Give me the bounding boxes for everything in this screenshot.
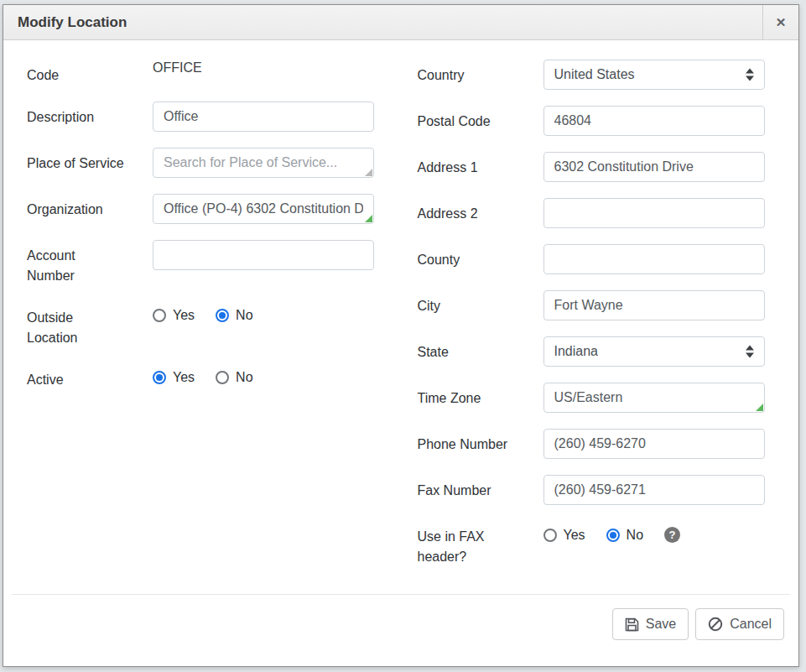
active-radio-group: Yes No — [153, 364, 374, 385]
place-of-service-input[interactable] — [153, 148, 374, 178]
city-label: City — [418, 290, 515, 316]
postal-code-label: Postal Code — [418, 106, 515, 132]
fax-number-label: Fax Number — [418, 475, 515, 501]
fax-header-radio-yes[interactable]: Yes — [543, 528, 585, 543]
place-of-service-label: Place of Service — [27, 148, 124, 174]
cancel-button[interactable]: Cancel — [695, 608, 784, 640]
account-number-input[interactable] — [153, 240, 374, 270]
active-radio-no[interactable]: No — [216, 370, 252, 385]
outside-location-radio-yes[interactable]: Yes — [153, 308, 195, 323]
description-label: Description — [27, 102, 124, 128]
phone-number-label: Phone Number — [418, 429, 515, 455]
cancel-icon — [708, 617, 723, 632]
city-field-row: City — [418, 290, 776, 320]
fax-number-field-row: Fax Number — [418, 475, 776, 505]
dialog-footer: Save Cancel — [3, 594, 798, 666]
save-button[interactable]: Save — [612, 608, 689, 640]
address2-label: Address 2 — [418, 198, 515, 224]
fax-header-radio-group: Yes No ? — [543, 521, 765, 543]
radio-icon — [153, 371, 166, 384]
modify-location-dialog: Modify Location ✕ Code OFFICE Descriptio… — [3, 4, 799, 667]
account-number-field-row: Account Number — [27, 240, 385, 286]
dialog-body: Code OFFICE Description Place of Service… — [3, 40, 798, 594]
radio-icon — [606, 529, 620, 542]
address1-field-row: Address 1 — [418, 152, 776, 182]
code-field-row: Code OFFICE — [27, 60, 385, 86]
select-arrows-icon — [746, 69, 754, 81]
timezone-field-row: Time Zone — [418, 383, 776, 413]
state-field-row: State Indiana — [418, 336, 776, 367]
address1-input[interactable] — [543, 152, 765, 182]
county-input[interactable] — [543, 244, 765, 274]
outside-location-radio-group: Yes No — [153, 302, 374, 323]
organization-combobox[interactable] — [153, 194, 374, 224]
place-of-service-field-row: Place of Service — [27, 148, 385, 178]
county-label: County — [418, 244, 515, 270]
right-column: Country United States Postal Code Addres… — [418, 60, 776, 594]
code-value: OFFICE — [153, 60, 374, 76]
dialog-header: Modify Location ✕ — [3, 5, 798, 40]
help-icon[interactable]: ? — [664, 527, 680, 543]
outside-location-field-row: Outside Location Yes No — [27, 302, 385, 348]
country-select[interactable]: United States — [543, 60, 765, 90]
code-label: Code — [27, 60, 124, 86]
address2-input[interactable] — [543, 198, 765, 228]
fax-number-input[interactable] — [543, 475, 765, 505]
county-field-row: County — [418, 244, 776, 274]
address2-field-row: Address 2 — [418, 198, 776, 228]
active-radio-yes[interactable]: Yes — [153, 370, 195, 385]
radio-icon — [216, 371, 229, 384]
fax-header-label: Use in FAX header? — [418, 521, 515, 567]
state-select[interactable]: Indiana — [543, 336, 765, 367]
phone-number-field-row: Phone Number — [418, 429, 776, 459]
radio-icon — [543, 529, 557, 542]
radio-icon — [153, 309, 166, 322]
phone-number-input[interactable] — [543, 429, 765, 459]
postal-code-field-row: Postal Code — [418, 106, 776, 136]
close-icon: ✕ — [776, 15, 787, 30]
organization-field-row: Organization — [27, 194, 385, 224]
account-number-label: Account Number — [27, 240, 124, 286]
radio-icon — [216, 309, 229, 322]
close-button[interactable]: ✕ — [762, 5, 798, 39]
dialog-title: Modify Location — [3, 5, 762, 39]
outside-location-label: Outside Location — [27, 302, 124, 348]
country-label: Country — [418, 60, 515, 86]
fax-header-radio-no[interactable]: No — [606, 528, 643, 543]
address1-label: Address 1 — [418, 152, 515, 178]
description-input[interactable] — [153, 102, 374, 132]
active-label: Active — [27, 364, 124, 390]
timezone-label: Time Zone — [418, 383, 515, 409]
postal-code-input[interactable] — [543, 106, 765, 136]
active-field-row: Active Yes No — [27, 364, 385, 390]
description-field-row: Description — [27, 102, 385, 132]
select-arrows-icon — [746, 346, 754, 358]
fax-header-field-row: Use in FAX header? Yes No ? — [418, 521, 776, 567]
outside-location-radio-no[interactable]: No — [216, 308, 252, 323]
timezone-combobox[interactable] — [543, 383, 765, 413]
left-column: Code OFFICE Description Place of Service… — [27, 60, 385, 594]
save-icon — [625, 617, 639, 632]
organization-label: Organization — [27, 194, 124, 220]
city-input[interactable] — [543, 290, 765, 320]
state-label: State — [418, 336, 515, 362]
country-field-row: Country United States — [418, 60, 776, 90]
